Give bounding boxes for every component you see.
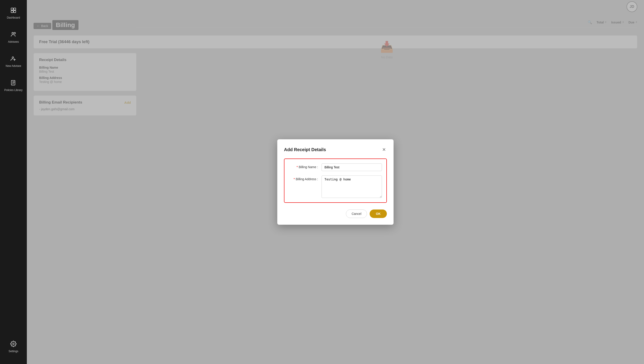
billing-address-form-label: * Billing Address : [289, 176, 318, 181]
svg-rect-1 [14, 8, 16, 10]
new-advisee-icon [10, 56, 16, 63]
sidebar-item-new-advisee[interactable]: New Advisee [0, 53, 27, 70]
billing-address-textarea[interactable]: Testing @ home [322, 176, 382, 198]
sidebar-label-advisees: Advisees [8, 40, 19, 44]
svg-point-6 [12, 57, 14, 58]
billing-address-row: * Billing Address : Testing @ home [289, 176, 382, 198]
svg-point-5 [14, 32, 16, 34]
svg-rect-0 [11, 8, 13, 10]
billing-name-field-label: Billing Name : [299, 165, 318, 169]
svg-point-8 [13, 343, 14, 345]
billing-name-required-star: * [296, 165, 298, 169]
billing-name-form-label: * Billing Name : [289, 164, 318, 169]
modal-close-button[interactable]: ✕ [381, 146, 387, 153]
policies-icon [10, 80, 16, 87]
sidebar-label-policies: Policies Library [4, 88, 22, 92]
modal-title: Add Receipt Details [284, 147, 326, 152]
sidebar-item-advisees[interactable]: Advisees [0, 28, 27, 46]
billing-address-required-star: * [294, 177, 295, 181]
sidebar-label-new-advisee: New Advisee [6, 64, 21, 68]
cancel-button[interactable]: Cancel [346, 210, 367, 218]
sidebar-label-dashboard: Dashboard [7, 16, 20, 19]
billing-address-field-label: Billing Address : [296, 177, 318, 181]
advisees-icon [10, 31, 16, 39]
dashboard-icon [10, 7, 16, 15]
modal-footer: Cancel OK [284, 208, 387, 218]
add-receipt-modal: Add Receipt Details ✕ * Billing Name : * [277, 139, 394, 225]
modal-overlay: Add Receipt Details ✕ * Billing Name : * [27, 0, 644, 364]
sidebar-item-dashboard[interactable]: Dashboard [0, 4, 27, 22]
main-area: JD ← Back Billing Free Trial (36446 days… [27, 0, 644, 364]
settings-icon [10, 341, 16, 348]
svg-rect-2 [11, 10, 13, 12]
ok-button[interactable]: OK [370, 210, 387, 218]
sidebar-label-settings: Settings [8, 350, 18, 353]
sidebar-item-policies-library[interactable]: Policies Library [0, 77, 27, 94]
sidebar: Dashboard Advisees New Advisee Policies … [0, 0, 27, 364]
billing-name-row: * Billing Name : [289, 164, 382, 171]
svg-rect-3 [14, 10, 16, 12]
modal-form-area: * Billing Name : * Billing Address : Tes… [284, 158, 387, 203]
billing-name-input[interactable] [322, 164, 382, 171]
sidebar-item-settings[interactable]: Settings [0, 338, 27, 360]
svg-point-4 [12, 32, 14, 34]
modal-header: Add Receipt Details ✕ [284, 146, 387, 153]
